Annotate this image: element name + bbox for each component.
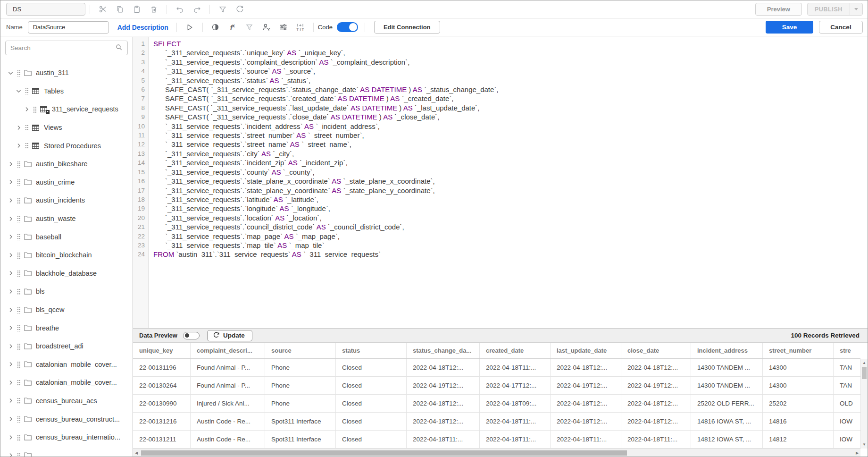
- cancel-button[interactable]: Cancel: [819, 21, 863, 34]
- drag-handle-icon[interactable]: [17, 270, 21, 277]
- drag-handle-icon[interactable]: [17, 397, 21, 404]
- chevron-right-icon[interactable]: [7, 289, 15, 294]
- tree-item-stored-procedures[interactable]: Stored Procedures: [0, 136, 133, 155]
- tree-item-census-bureau-acs[interactable]: census_bureau_acs: [0, 392, 133, 410]
- preview-toggle-button[interactable]: [207, 21, 224, 34]
- query-filter-button[interactable]: [241, 21, 258, 34]
- vertical-scroll-thumb[interactable]: [862, 367, 867, 379]
- sidebar-search-box[interactable]: [5, 41, 128, 55]
- drag-handle-icon[interactable]: [33, 106, 37, 113]
- data-preview-toggle[interactable]: [183, 332, 200, 339]
- drag-handle-icon[interactable]: [17, 161, 21, 168]
- add-description-link[interactable]: Add Description: [117, 24, 168, 31]
- tree-item-census-bureau-construct-[interactable]: census_bureau_construct...: [0, 410, 133, 428]
- chevron-right-icon[interactable]: [7, 161, 15, 167]
- datasource-tab[interactable]: DS: [6, 3, 85, 16]
- tree-item-bitcoin-blockchain[interactable]: bitcoin_blockchain: [0, 246, 133, 264]
- grid-vertical-scrollbar[interactable]: ▲ ▼: [860, 359, 868, 449]
- chevron-right-icon[interactable]: [7, 307, 15, 313]
- cut-button[interactable]: [94, 3, 111, 16]
- name-input[interactable]: [28, 21, 109, 34]
- run-query-button[interactable]: [181, 21, 198, 34]
- drag-handle-icon[interactable]: [17, 324, 21, 331]
- drag-handle-icon[interactable]: [25, 87, 29, 94]
- drag-handle-icon[interactable]: [17, 343, 21, 350]
- drag-handle-icon[interactable]: [17, 306, 21, 313]
- drag-handle-icon[interactable]: [25, 124, 29, 131]
- drag-handle-icon[interactable]: [17, 69, 21, 76]
- chevron-right-icon[interactable]: [7, 216, 15, 221]
- publish-split-button[interactable]: PUBLISH: [807, 3, 863, 16]
- chevron-right-icon[interactable]: [15, 125, 23, 130]
- chevron-right-icon[interactable]: [23, 107, 31, 112]
- tree-item-311-service-requests[interactable]: 311_service_requests: [0, 100, 133, 118]
- save-button[interactable]: Save: [766, 21, 813, 34]
- scroll-left-arrow-icon[interactable]: ◀: [133, 449, 140, 457]
- chevron-right-icon[interactable]: [7, 234, 15, 239]
- filter-button[interactable]: [214, 3, 231, 16]
- tree-item-breathe[interactable]: breathe: [0, 319, 133, 337]
- chevron-right-icon[interactable]: [7, 253, 15, 258]
- sql-code[interactable]: SELECT `_311_service_requests`.`unique_k…: [149, 37, 499, 328]
- scroll-down-arrow-icon[interactable]: ▼: [861, 441, 868, 448]
- chevron-right-icon[interactable]: [7, 198, 15, 203]
- chevron-right-icon[interactable]: [7, 362, 15, 367]
- chevron-right-icon[interactable]: [7, 271, 15, 276]
- chevron-right-icon[interactable]: [7, 398, 15, 403]
- copy-button[interactable]: [111, 3, 128, 16]
- tree-item-broadstreet-adi[interactable]: broadstreet_adi: [0, 337, 133, 355]
- drag-handle-icon[interactable]: [25, 142, 29, 149]
- user-filter-button[interactable]: [258, 21, 275, 34]
- tree-item-baseball[interactable]: baseball: [0, 228, 133, 246]
- sql-code-editor[interactable]: 123456789101112131415161718192021222324 …: [133, 37, 868, 328]
- update-button[interactable]: Update: [207, 330, 252, 341]
- drag-handle-icon[interactable]: [17, 215, 21, 222]
- drag-handle-icon[interactable]: [17, 379, 21, 386]
- chevron-down-icon[interactable]: [16, 87, 21, 95]
- drag-handle-icon[interactable]: [17, 233, 21, 240]
- redo-button[interactable]: [188, 3, 205, 16]
- chevron-right-icon[interactable]: [7, 435, 15, 440]
- tree-item-bls-qcew[interactable]: bls_qcew: [0, 301, 133, 319]
- chevron-right-icon[interactable]: [7, 453, 15, 457]
- delete-button[interactable]: [145, 3, 162, 16]
- tree-item-census-bureau-internatio-[interactable]: census_bureau_internatio...: [0, 428, 133, 447]
- tree-item-catalonian-mobile-cover-[interactable]: catalonian_mobile_cover...: [0, 355, 133, 374]
- tree-item-blackhole-database[interactable]: blackhole_database: [0, 264, 133, 283]
- tree-item-austin-311[interactable]: austin_311: [0, 64, 133, 82]
- chevron-right-icon[interactable]: [7, 416, 15, 422]
- edit-connection-button[interactable]: Edit Connection: [374, 21, 440, 34]
- tree-item-tables[interactable]: Tables: [0, 82, 133, 101]
- chevron-right-icon[interactable]: [7, 179, 15, 185]
- refresh-button[interactable]: [231, 3, 248, 16]
- code-mode-toggle[interactable]: [337, 22, 358, 32]
- scroll-right-arrow-icon[interactable]: ▶: [854, 449, 860, 457]
- paste-button[interactable]: [128, 3, 145, 16]
- settings-sliders-button[interactable]: [275, 21, 292, 34]
- grid-horizontal-scrollbar[interactable]: ◀ ▶: [133, 449, 860, 457]
- tree-item-austin-incidents[interactable]: austin_incidents: [0, 191, 133, 210]
- drag-handle-icon[interactable]: [17, 197, 21, 204]
- drag-handle-icon[interactable]: [17, 452, 21, 457]
- chevron-right-icon[interactable]: [15, 143, 23, 148]
- expression-button[interactable]: fx: [224, 21, 241, 34]
- tree-item-austin-bikeshare[interactable]: austin_bikeshare: [0, 155, 133, 173]
- chevron-right-icon[interactable]: [7, 325, 15, 330]
- undo-button[interactable]: [171, 3, 188, 16]
- tree-item-views[interactable]: Views: [0, 118, 133, 137]
- horizontal-scroll-thumb[interactable]: [141, 450, 627, 456]
- drag-handle-icon[interactable]: [17, 252, 21, 259]
- transform-columns-button[interactable]: TT: [292, 21, 309, 34]
- chevron-down-icon[interactable]: [8, 69, 13, 77]
- drag-handle-icon[interactable]: [17, 434, 21, 441]
- tree-item-austin-crime[interactable]: austin_crime: [0, 173, 133, 192]
- drag-handle-icon[interactable]: [17, 178, 21, 186]
- publish-dropdown-button[interactable]: [850, 3, 862, 15]
- drag-handle-icon[interactable]: [17, 288, 21, 295]
- drag-handle-icon[interactable]: [17, 415, 21, 423]
- publish-button[interactable]: PUBLISH: [808, 3, 850, 15]
- tree-item-bls[interactable]: bls: [0, 282, 133, 301]
- tree-item-catalonian-mobile-cover-[interactable]: catalonian_mobile_cover...: [0, 373, 133, 392]
- tree-item-partial[interactable]: [0, 446, 133, 457]
- scroll-up-arrow-icon[interactable]: ▲: [861, 359, 868, 366]
